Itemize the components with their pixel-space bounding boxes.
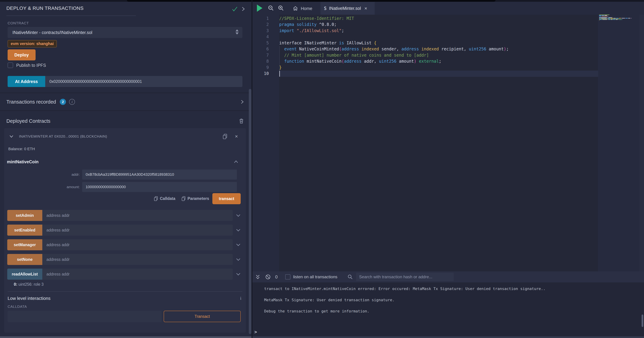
function-button-setManager[interactable]: setManager <box>7 239 42 250</box>
bottom-scrollbar-left[interactable] <box>0 336 252 338</box>
transactions-recorded-row[interactable]: Transactions recorded 2 i <box>0 96 252 108</box>
param-label: addr: <box>4 172 82 176</box>
terminal-scrollbar[interactable] <box>642 314 643 327</box>
code-text: } <box>269 65 282 70</box>
param-input-addr[interactable] <box>82 170 237 180</box>
tab-file-label: INativeMinter.sol <box>329 6 361 11</box>
output-index: 0: <box>14 282 17 286</box>
terminal-log-line: MetaMask Tx Signature: User denied trans… <box>264 298 632 302</box>
at-address-row: At Address <box>8 76 242 87</box>
copy-calldata-button[interactable]: Calldata <box>154 196 175 201</box>
function-input-setAdmin[interactable] <box>42 210 233 221</box>
low-level-calldata-row: Transact <box>8 311 242 322</box>
close-icon[interactable]: × <box>235 134 238 139</box>
minimap-row <box>599 16 634 16</box>
low-level-transact-button[interactable]: Transact <box>164 311 241 322</box>
code-editor: Home S INativeMinter.sol × 1//SPDX-Licen… <box>252 2 644 271</box>
function-row-setAdmin: setAdmin <box>7 210 240 221</box>
terminal-log-line: Debug the transaction to get more inform… <box>264 309 632 314</box>
listen-transactions-label: listen on all transactions <box>293 274 337 279</box>
deployed-contract-card: INATIVEMINTER AT 0X020...00001 (BLOCKCHA… <box>4 128 246 333</box>
at-address-button[interactable]: At Address <box>8 76 45 87</box>
collapse-chevron-up-icon[interactable] <box>234 160 238 164</box>
function-row-readAllowList: readAllowList <box>7 268 240 280</box>
solidity-file-icon: S <box>324 6 327 11</box>
panel-chevron-right-icon[interactable] <box>241 6 246 12</box>
function-row-setManager: setManager <box>7 239 240 250</box>
expand-params-chevron-icon[interactable] <box>236 228 240 232</box>
trash-icon[interactable] <box>239 118 244 124</box>
expand-chevron-down-icon[interactable] <box>9 134 14 138</box>
copy-icon[interactable] <box>222 134 228 139</box>
function-name: mintNativeCoin <box>7 159 38 164</box>
minimap-row <box>599 19 634 19</box>
info-icon[interactable]: i <box>69 99 75 105</box>
clear-console-icon[interactable] <box>265 274 271 280</box>
zoom-in-icon[interactable] <box>278 5 284 12</box>
transact-action-row: Calldata Parameters transact <box>4 193 240 204</box>
zoom-out-icon[interactable] <box>268 5 274 12</box>
contract-instance-title: INATIVEMINTER AT 0X020...00001 (BLOCKCHA… <box>19 134 107 138</box>
function-button-readAllowList[interactable]: readAllowList <box>7 268 42 280</box>
code-line-8: 8 function mintNativeCoin(address addr, … <box>252 58 642 64</box>
at-address-input[interactable] <box>45 76 242 87</box>
editor-scrollbar[interactable] <box>639 15 644 271</box>
tab-close-icon[interactable]: × <box>364 6 367 11</box>
code-line-6: 6 event NativeCoinMinted(address indexed… <box>252 46 642 52</box>
function-button-setAdmin[interactable]: setAdmin <box>7 210 42 221</box>
function-header-mintNativeCoin[interactable]: mintNativeCoin <box>7 158 243 166</box>
terminal-output: transact to INativeMinter.mintNativeCoin… <box>264 286 632 320</box>
low-level-header: Low level interactions i <box>8 294 242 302</box>
panel-scrollbar[interactable] <box>249 89 252 334</box>
expand-params-chevron-icon[interactable] <box>236 242 240 246</box>
low-level-calldata-input[interactable] <box>8 311 162 322</box>
window-top-strip <box>0 0 644 2</box>
minimap-row <box>599 17 634 18</box>
editor-toolbar: Home S INativeMinter.sol × <box>252 2 644 15</box>
terminal-expand-icon[interactable] <box>255 274 260 280</box>
terminal-search-input[interactable] <box>356 273 454 281</box>
select-spinner-icon[interactable] <box>236 29 238 34</box>
transactions-count-badge: 2 <box>60 99 66 105</box>
deploy-button[interactable]: Deploy <box>8 49 36 60</box>
function-input-setNone[interactable] <box>42 254 233 265</box>
code-text: pragma solidity ^0.8.0; <box>269 22 336 27</box>
search-icon <box>348 274 353 280</box>
expand-params-chevron-icon[interactable] <box>236 213 240 217</box>
function-rows: setAdminsetEnabledsetManagersetNonereadA… <box>7 210 240 283</box>
code-line-3: 3import "./IAllowList.sol"; <box>252 28 642 34</box>
pending-count: 0 <box>275 274 278 280</box>
terminal-prompt[interactable]: > <box>254 329 257 334</box>
code-line-2: 2pragma solidity ^0.8.0; <box>252 22 642 28</box>
line-number: 8 <box>252 59 269 64</box>
tab-inativeminter[interactable]: S INativeMinter.sol × <box>320 2 375 15</box>
function-button-setNone[interactable]: setNone <box>7 254 42 265</box>
function-button-setEnabled[interactable]: setEnabled <box>7 224 42 236</box>
transact-button[interactable]: transact <box>212 193 241 204</box>
function-input-readAllowList[interactable] <box>42 268 233 280</box>
function-input-setManager[interactable] <box>42 239 233 250</box>
minimap-row <box>599 15 634 16</box>
listen-transactions-checkbox[interactable] <box>285 274 290 280</box>
param-input-amount[interactable] <box>82 182 237 192</box>
contract-instance-header[interactable]: INATIVEMINTER AT 0X020...00001 (BLOCKCHA… <box>9 133 241 140</box>
param-row-amount: amount: <box>4 182 239 192</box>
window-top-pill <box>127 0 496 2</box>
expand-params-chevron-icon[interactable] <box>236 272 240 276</box>
editor-minimap[interactable] <box>599 14 634 22</box>
transactions-chevron-right-icon[interactable] <box>240 99 244 104</box>
info-icon[interactable]: i <box>240 296 241 301</box>
function-input-setEnabled[interactable] <box>42 224 233 236</box>
code-lines[interactable]: 1//SPDX-License-Identifier: MIT2pragma s… <box>252 15 642 77</box>
tab-home[interactable]: Home <box>290 3 315 14</box>
publish-ipfs-checkbox[interactable] <box>8 62 13 68</box>
compile-success-check-icon <box>232 6 238 12</box>
expand-params-chevron-icon[interactable] <box>236 257 240 261</box>
code-text: // Mint [amount] number of native coins … <box>269 53 429 58</box>
run-script-icon[interactable] <box>257 4 262 12</box>
copy-parameters-button[interactable]: Parameters <box>181 196 209 201</box>
contract-select[interactable]: INativeMinter - contracts/INativeMinter.… <box>8 27 242 38</box>
param-label: amount: <box>4 185 82 189</box>
section-divider <box>0 93 252 93</box>
terminal-toolbar: 0 listen on all transactions <box>252 271 644 282</box>
